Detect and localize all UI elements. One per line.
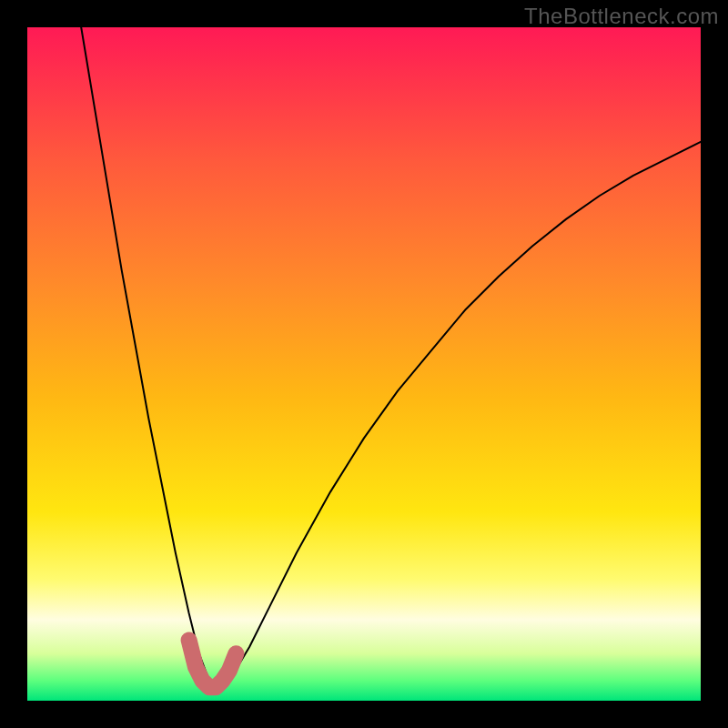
plot-area: [27, 27, 701, 701]
chart-stage: TheBottleneck.com: [0, 0, 728, 728]
bottleneck-curve: [81, 27, 701, 687]
safe-zone-overlay: [189, 640, 237, 687]
curve-overlay: [27, 27, 701, 701]
watermark-text: TheBottleneck.com: [524, 4, 719, 29]
